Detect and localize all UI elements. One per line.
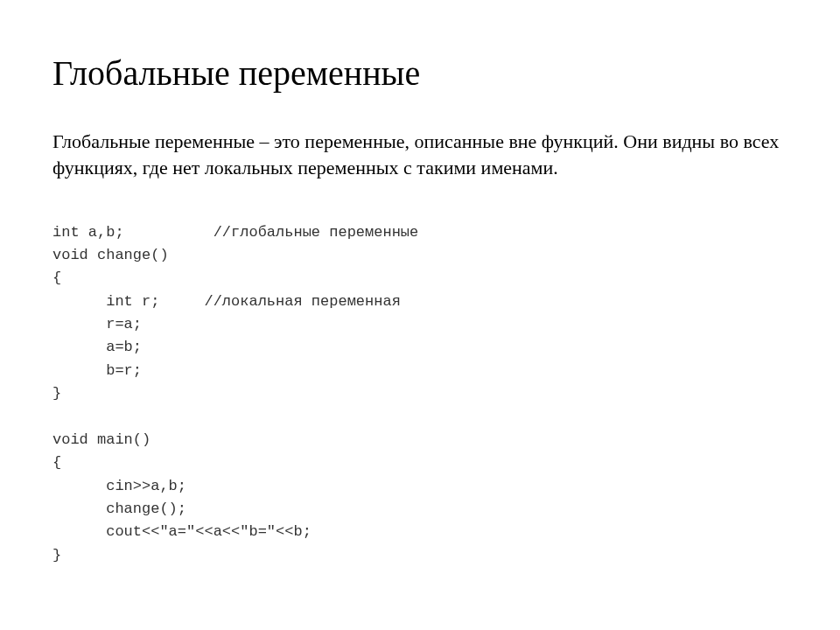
- code-line: {: [52, 270, 61, 286]
- code-line: }: [52, 385, 61, 402]
- code-line: a=b;: [52, 339, 142, 355]
- code-line: {: [52, 454, 61, 471]
- code-line: change();: [52, 500, 186, 517]
- code-line: void main(): [52, 431, 150, 448]
- page-title: Глобальные переменные: [52, 52, 788, 94]
- code-line: r=a;: [52, 316, 142, 332]
- code-line: cout<<"a="<<a<<"b="<<b;: [52, 523, 312, 540]
- code-line: int r; //локальная переменная: [52, 293, 401, 310]
- code-line: void change(): [52, 247, 169, 263]
- description-text: Глобальные переменные – это переменные, …: [52, 129, 788, 180]
- code-line: int a,b; //глобальные переменные: [52, 224, 418, 241]
- code-line: cin>>a,b;: [52, 478, 186, 494]
- code-line: }: [52, 547, 61, 564]
- code-example: int a,b; //глобальные переменные void ch…: [52, 198, 788, 567]
- code-line: b=r;: [52, 362, 142, 379]
